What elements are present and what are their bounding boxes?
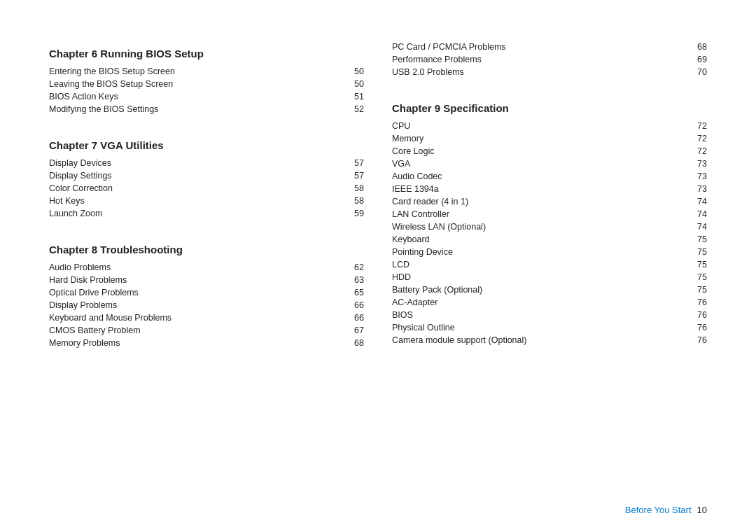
entry-title: Pointing Device <box>392 247 687 257</box>
entry-title: Camera module support (Optional) <box>392 335 687 345</box>
entry-title: Card reader (4 in 1) <box>392 197 687 206</box>
entry-title: Keyboard <box>392 234 687 244</box>
entry-title: Audio Problems <box>49 262 344 272</box>
toc-entry: LCD75 <box>392 260 707 270</box>
entry-title: Modifying the BIOS Settings <box>49 104 344 114</box>
toc-entry: Performance Problems69 <box>392 55 707 64</box>
entry-page: 68 <box>344 338 364 348</box>
toc-entry: Audio Problems62 <box>49 262 364 272</box>
entry-title: VGA <box>392 159 687 169</box>
entry-page: 73 <box>687 159 707 169</box>
toc-entry: Core Logic72 <box>392 146 707 156</box>
entry-title: USB 2.0 Problems <box>392 67 687 77</box>
entry-page: 58 <box>344 196 364 206</box>
entry-page: 52 <box>344 104 364 114</box>
entry-page: 76 <box>687 323 707 332</box>
entry-page: 57 <box>344 158 364 168</box>
entry-title: Wireless LAN (Optional) <box>392 222 687 232</box>
toc-entry: IEEE 1394a73 <box>392 184 707 194</box>
entry-page: 50 <box>344 66 364 76</box>
toc-entry: CPU72 <box>392 121 707 131</box>
entry-page: 58 <box>344 183 364 193</box>
toc-entry: Camera module support (Optional)76 <box>392 335 707 345</box>
entry-title: Audio Codec <box>392 172 687 181</box>
entry-title: Hot Keys <box>49 196 344 206</box>
toc-section: PC Card / PCMCIA Problems68Performance P… <box>392 42 707 80</box>
entry-title: Physical Outline <box>392 323 687 332</box>
toc-entry: Memory72 <box>392 134 707 144</box>
entry-title: Core Logic <box>392 146 687 156</box>
toc-entry: Card reader (4 in 1)74 <box>392 197 707 206</box>
toc-entry: BIOS76 <box>392 310 707 320</box>
entry-page: 59 <box>344 209 364 218</box>
entry-page: 69 <box>687 55 707 64</box>
toc-entry: Display Devices57 <box>49 158 364 168</box>
toc-entry: Entering the BIOS Setup Screen50 <box>49 66 364 76</box>
entry-title: Battery Pack (Optional) <box>392 285 687 295</box>
entry-page: 74 <box>687 209 707 219</box>
entry-page: 74 <box>687 197 707 206</box>
toc-entry: Optical Drive Problems65 <box>49 288 364 298</box>
entry-title: Entering the BIOS Setup Screen <box>49 66 344 76</box>
toc-entry: PC Card / PCMCIA Problems68 <box>392 42 707 52</box>
entry-title: Display Problems <box>49 300 344 310</box>
toc-entry: Keyboard and Mouse Problems66 <box>49 313 364 323</box>
entry-title: LAN Controller <box>392 209 687 219</box>
entry-title: Optical Drive Problems <box>49 288 344 298</box>
toc-entry: VGA73 <box>392 159 707 169</box>
entry-page: 75 <box>687 247 707 257</box>
entry-title: CPU <box>392 121 687 131</box>
toc-entry: AC-Adapter76 <box>392 298 707 307</box>
entry-title: Memory Problems <box>49 338 344 348</box>
toc-entry: CMOS Battery Problem67 <box>49 326 364 335</box>
toc-entry: Battery Pack (Optional)75 <box>392 285 707 295</box>
entry-title: CMOS Battery Problem <box>49 326 344 335</box>
entry-page: 75 <box>687 285 707 295</box>
toc-entry: Memory Problems68 <box>49 338 364 348</box>
toc-entry: Wireless LAN (Optional)74 <box>392 222 707 232</box>
entry-page: 76 <box>687 310 707 320</box>
toc-section: Chapter 7 VGA UtilitiesDisplay Devices57… <box>49 134 364 221</box>
entry-page: 66 <box>344 300 364 310</box>
toc-entry: Display Problems66 <box>49 300 364 310</box>
entry-title: Performance Problems <box>392 55 687 64</box>
toc-entry: Pointing Device75 <box>392 247 707 257</box>
chapter-heading: Chapter 6 Running BIOS Setup <box>49 48 364 59</box>
chapter-heading: Chapter 9 Specification <box>392 102 707 114</box>
entry-title: Launch Zoom <box>49 209 344 218</box>
entry-title: Memory <box>392 134 687 144</box>
entry-page: 70 <box>687 67 707 77</box>
chapter-heading: Chapter 8 Troubleshooting <box>49 244 364 255</box>
left-column: Chapter 6 Running BIOS SetupEntering the… <box>49 42 364 497</box>
toc-entry: Hard Disk Problems63 <box>49 275 364 285</box>
entry-title: AC-Adapter <box>392 298 687 307</box>
entry-page: 68 <box>687 42 707 52</box>
entry-title: HDD <box>392 272 687 282</box>
entry-page: 73 <box>687 184 707 194</box>
toc-entry: LAN Controller74 <box>392 209 707 219</box>
toc-entry: HDD75 <box>392 272 707 282</box>
entry-page: 72 <box>687 121 707 131</box>
toc-entry: Physical Outline76 <box>392 323 707 332</box>
entry-title: LCD <box>392 260 687 270</box>
entry-title: Display Settings <box>49 171 344 181</box>
toc-entry: BIOS Action Keys51 <box>49 92 364 102</box>
entry-title: Color Correction <box>49 183 344 193</box>
entry-page: 75 <box>687 260 707 270</box>
entry-title: Hard Disk Problems <box>49 275 344 285</box>
toc-entry: Hot Keys58 <box>49 196 364 206</box>
toc-section: Chapter 8 TroubleshootingAudio Problems6… <box>49 238 364 351</box>
entry-page: 72 <box>687 146 707 156</box>
entry-title: BIOS <box>392 310 687 320</box>
footer-link[interactable]: Before You Start <box>625 505 692 515</box>
entry-title: PC Card / PCMCIA Problems <box>392 42 687 52</box>
entry-page: 75 <box>687 234 707 244</box>
toc-entry: Audio Codec73 <box>392 172 707 181</box>
toc-entry: Launch Zoom59 <box>49 209 364 218</box>
footer: Before You Start 10 <box>625 505 707 515</box>
entry-page: 76 <box>687 335 707 345</box>
entry-page: 73 <box>687 172 707 181</box>
toc-entry: Leaving the BIOS Setup Screen50 <box>49 79 364 89</box>
entry-page: 67 <box>344 326 364 335</box>
entry-title: BIOS Action Keys <box>49 92 344 102</box>
